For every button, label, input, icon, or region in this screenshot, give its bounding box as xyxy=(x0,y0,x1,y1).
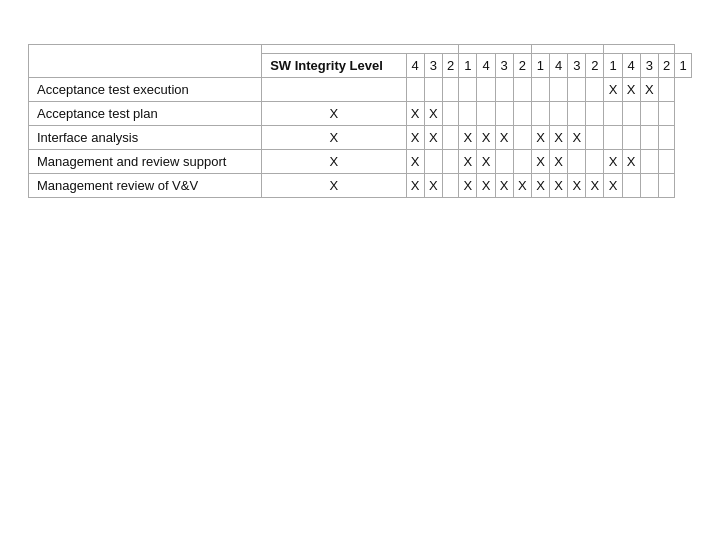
sw-integrity-level-7: 1 xyxy=(531,54,549,78)
cell-r0-c9 xyxy=(550,78,568,102)
sw-integrity-label: SW Integrity Level xyxy=(262,54,406,78)
activities-table: SW Integrity Level 4321432143214321 Acce… xyxy=(28,44,692,198)
cell-r1-c8 xyxy=(531,102,549,126)
cell-r2-c4: X xyxy=(459,126,477,150)
cell-r2-c11 xyxy=(586,126,604,150)
cell-r4-c10: X xyxy=(568,174,586,198)
cell-r3-c2 xyxy=(424,150,442,174)
cell-r1-c3 xyxy=(442,102,458,126)
dev-req-header xyxy=(262,45,459,54)
design-header xyxy=(459,45,532,54)
cell-r3-c5: X xyxy=(477,150,495,174)
cell-r3-c8: X xyxy=(531,150,549,174)
cell-r1-c2: X xyxy=(424,102,442,126)
cell-r0-c14: X xyxy=(640,78,658,102)
cell-r4-c14 xyxy=(640,174,658,198)
cell-r1-c7 xyxy=(513,102,531,126)
cell-r2-c14 xyxy=(640,126,658,150)
cell-r2-c10: X xyxy=(568,126,586,150)
cell-r0-c0 xyxy=(262,78,406,102)
activity-label-0: Acceptance test execution xyxy=(29,78,262,102)
sw-integrity-level-3: 1 xyxy=(459,54,477,78)
cell-r2-c15 xyxy=(658,126,674,150)
cell-r1-c0: X xyxy=(262,102,406,126)
cell-r4-c8: X xyxy=(531,174,549,198)
sw-integrity-level-11: 1 xyxy=(604,54,622,78)
cell-r0-c12: X xyxy=(604,78,622,102)
cell-r2-c12 xyxy=(604,126,622,150)
cell-r2-c3 xyxy=(442,126,458,150)
cell-r2-c8: X xyxy=(531,126,549,150)
cell-r2-c1: X xyxy=(406,126,424,150)
cell-r3-c15 xyxy=(658,150,674,174)
cell-r3-c13: X xyxy=(622,150,640,174)
activity-label-2: Interface analysis xyxy=(29,126,262,150)
sw-integrity-level-10: 2 xyxy=(586,54,604,78)
cell-r0-c2 xyxy=(424,78,442,102)
cell-r2-c2: X xyxy=(424,126,442,150)
cell-r4-c0: X xyxy=(262,174,406,198)
cell-r1-c4 xyxy=(459,102,477,126)
cell-r1-c1: X xyxy=(406,102,424,126)
cell-r2-c0: X xyxy=(262,126,406,150)
sw-integrity-level-2: 2 xyxy=(442,54,458,78)
cell-r3-c0: X xyxy=(262,150,406,174)
table-wrapper: SW Integrity Level 4321432143214321 Acce… xyxy=(0,44,720,198)
cell-r4-c1: X xyxy=(406,174,424,198)
sw-integrity-level-14: 2 xyxy=(658,54,674,78)
sw-integrity-level-9: 3 xyxy=(568,54,586,78)
cell-r0-c6 xyxy=(495,78,513,102)
table-row: Acceptance test planXXX xyxy=(29,102,692,126)
cell-r4-c15 xyxy=(658,174,674,198)
cell-r4-c6: X xyxy=(495,174,513,198)
sw-integrity-level-4: 4 xyxy=(477,54,495,78)
sw-integrity-level-12: 4 xyxy=(622,54,640,78)
cell-r4-c7: X xyxy=(513,174,531,198)
cell-r0-c8 xyxy=(531,78,549,102)
table-row: Management review of V&VXXXXXXXXXXXX xyxy=(29,174,692,198)
cell-r3-c7 xyxy=(513,150,531,174)
table-row: Interface analysisXXXXXXXXX xyxy=(29,126,692,150)
cell-r0-c3 xyxy=(442,78,458,102)
cell-r4-c13 xyxy=(622,174,640,198)
sw-integrity-level-8: 4 xyxy=(550,54,568,78)
cell-r3-c6 xyxy=(495,150,513,174)
cell-r1-c15 xyxy=(658,102,674,126)
cell-r0-c15 xyxy=(658,78,674,102)
cell-r1-c11 xyxy=(586,102,604,126)
cell-r0-c13: X xyxy=(622,78,640,102)
cell-r3-c9: X xyxy=(550,150,568,174)
sw-integrity-level-13: 3 xyxy=(640,54,658,78)
sw-integrity-level-1: 3 xyxy=(424,54,442,78)
cell-r0-c10 xyxy=(568,78,586,102)
cell-r1-c14 xyxy=(640,102,658,126)
cell-r0-c7 xyxy=(513,78,531,102)
cell-r1-c10 xyxy=(568,102,586,126)
cell-r4-c3 xyxy=(442,174,458,198)
cell-r4-c9: X xyxy=(550,174,568,198)
activity-column-header xyxy=(29,45,262,78)
cell-r4-c4: X xyxy=(459,174,477,198)
cell-r3-c1: X xyxy=(406,150,424,174)
page-title xyxy=(0,0,720,44)
cell-r1-c13 xyxy=(622,102,640,126)
cell-r4-c5: X xyxy=(477,174,495,198)
sw-integrity-level-0: 4 xyxy=(406,54,424,78)
cell-r3-c4: X xyxy=(459,150,477,174)
cell-r2-c7 xyxy=(513,126,531,150)
activity-label-1: Acceptance test plan xyxy=(29,102,262,126)
cell-r3-c3 xyxy=(442,150,458,174)
cell-r1-c12 xyxy=(604,102,622,126)
table-row: Acceptance test executionXXX xyxy=(29,78,692,102)
cell-r2-c6: X xyxy=(495,126,513,150)
cell-r0-c5 xyxy=(477,78,495,102)
cell-r0-c4 xyxy=(459,78,477,102)
cell-r4-c12: X xyxy=(604,174,622,198)
sw-integrity-level-6: 2 xyxy=(513,54,531,78)
activity-label-4: Management review of V&V xyxy=(29,174,262,198)
cell-r1-c6 xyxy=(495,102,513,126)
sw-integrity-level-5: 3 xyxy=(495,54,513,78)
cell-r3-c12: X xyxy=(604,150,622,174)
table-row: Management and review supportXXXXXXXX xyxy=(29,150,692,174)
cell-r0-c1 xyxy=(406,78,424,102)
